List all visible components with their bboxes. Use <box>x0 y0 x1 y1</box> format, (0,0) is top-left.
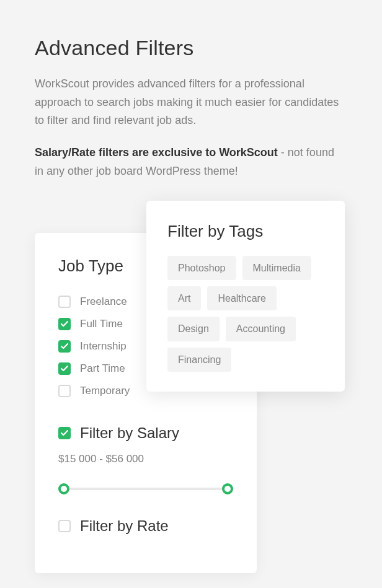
tag-healthcare[interactable]: Healthcare <box>207 286 276 310</box>
job-type-item-label: Internship <box>80 340 127 353</box>
job-type-item-label: Part Time <box>80 362 125 375</box>
tags-title: Filter by Tags <box>167 222 324 241</box>
salary-slider[interactable] <box>58 483 233 495</box>
filter-by-salary-title: Filter by Salary <box>80 424 179 442</box>
filter-by-salary-toggle[interactable]: Filter by Salary <box>58 424 233 442</box>
tag-photoshop[interactable]: Photoshop <box>167 256 236 280</box>
checkbox-icon[interactable] <box>58 520 71 532</box>
tags-card: Filter by Tags Photoshop Multimedia Art … <box>146 201 345 392</box>
job-type-item-label: Temporary <box>80 385 130 397</box>
slider-thumb-max[interactable] <box>222 483 233 494</box>
highlight-strong: Salary/Rate filters are exclusive to Wor… <box>35 146 278 159</box>
tag-design[interactable]: Design <box>167 317 220 341</box>
job-type-item-label: Freelance <box>80 296 127 308</box>
checkbox-icon[interactable] <box>58 427 71 439</box>
checkbox-icon[interactable] <box>58 340 71 353</box>
job-type-item-label: Full Time <box>80 318 123 330</box>
checkbox-icon[interactable] <box>58 296 71 308</box>
slider-thumb-min[interactable] <box>58 483 69 494</box>
salary-range-text: $15 000 - $56 000 <box>58 453 233 465</box>
filter-by-rate-toggle[interactable]: Filter by Rate <box>58 517 233 535</box>
tag-financing[interactable]: Financing <box>167 348 231 372</box>
slider-track <box>64 488 228 490</box>
intro-paragraph: WorkScout provides advanced filters for … <box>35 75 345 130</box>
page-title: Advanced Filters <box>35 36 347 60</box>
filter-by-rate-title: Filter by Rate <box>80 517 169 535</box>
highlight-paragraph: Salary/Rate filters are exclusive to Wor… <box>35 144 345 180</box>
checkbox-icon[interactable] <box>58 318 71 330</box>
checkbox-icon[interactable] <box>58 362 71 375</box>
tag-multimedia[interactable]: Multimedia <box>242 256 311 280</box>
checkbox-icon[interactable] <box>58 385 71 397</box>
tag-art[interactable]: Art <box>167 286 201 310</box>
tags-list: Photoshop Multimedia Art Healthcare Desi… <box>167 256 324 372</box>
tag-accounting[interactable]: Accounting <box>226 317 296 341</box>
